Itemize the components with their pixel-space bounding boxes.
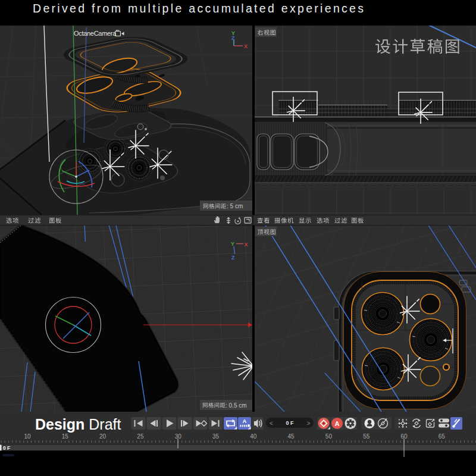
svg-text:0 F: 0 F <box>3 445 10 451</box>
svg-text:45: 45 <box>288 433 295 440</box>
svg-text:20: 20 <box>99 433 107 440</box>
svg-text:A: A <box>335 420 340 427</box>
svg-text:35: 35 <box>212 433 220 440</box>
svg-text:A: A <box>243 418 247 424</box>
svg-text:X: X <box>245 242 248 248</box>
svg-text:OctaneCamera: OctaneCamera <box>74 30 117 37</box>
svg-text:Z: Z <box>231 35 235 41</box>
svg-text:30: 30 <box>175 433 182 440</box>
svg-text:40: 40 <box>250 433 257 440</box>
svg-text:: 5 cm: : 5 cm <box>227 203 243 209</box>
svg-text:Z: Z <box>231 255 235 261</box>
svg-text:Y: Y <box>231 241 234 247</box>
svg-text:25: 25 <box>137 433 144 440</box>
svg-text:: 0.5 cm: : 0.5 cm <box>226 402 247 409</box>
svg-text:55: 55 <box>363 433 370 440</box>
svg-text:65: 65 <box>439 433 446 440</box>
svg-text:15: 15 <box>62 433 69 440</box>
svg-text:<: < <box>270 420 273 427</box>
svg-text:X: X <box>244 43 248 49</box>
svg-text:>: > <box>307 420 311 427</box>
svg-text:50: 50 <box>325 433 333 440</box>
svg-text:10: 10 <box>24 433 31 440</box>
svg-text:0 F: 0 F <box>286 420 294 426</box>
svg-text:60: 60 <box>400 433 408 440</box>
